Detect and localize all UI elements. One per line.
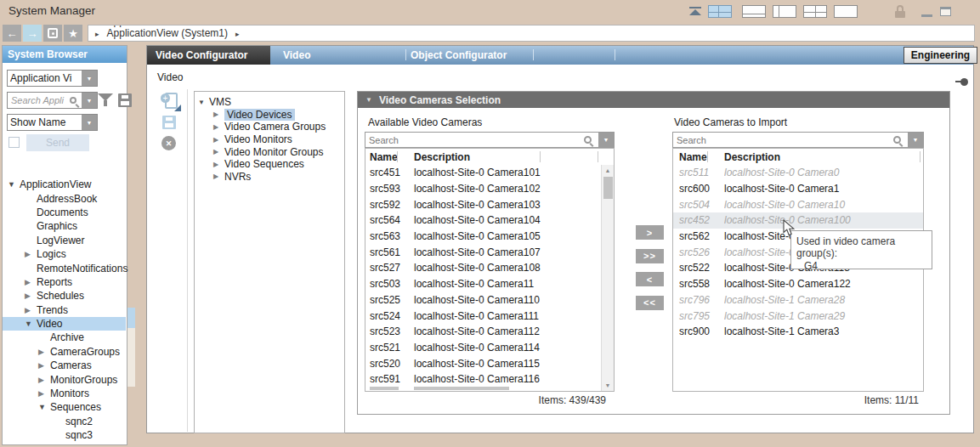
favorite-button[interactable]: ★	[64, 25, 82, 42]
table-row[interactable]: src523 localhost-Site-0 Camera112	[365, 324, 600, 340]
scrollbar[interactable]: ▲ ▼	[601, 165, 614, 391]
sidebar-scrollbar-track[interactable]	[127, 327, 135, 387]
available-search-input[interactable]	[365, 135, 584, 145]
tree-expander-icon[interactable]: ▶	[38, 361, 50, 370]
table-row[interactable]: src503 localhost-Site-0 Camera11	[365, 276, 600, 292]
layout-grid-icon[interactable]	[708, 5, 732, 18]
tree-item[interactable]: ▶ Video Devices	[195, 109, 344, 122]
sidebar-search[interactable]	[7, 92, 98, 109]
tree-item[interactable]: ▶ Trends	[3, 303, 126, 317]
table-row[interactable]: src452 localhost-Site-0 Camera100	[673, 212, 923, 229]
tree-item[interactable]: ▶ Logics	[3, 247, 126, 261]
save-icon[interactable]	[118, 93, 132, 107]
tab-video-configurator[interactable]: Video Configurator	[147, 46, 270, 65]
view-dropdown[interactable]: Application Vi	[7, 70, 98, 87]
available-search[interactable]	[365, 132, 615, 148]
tree-item[interactable]: ▶ Video Camera Groups	[195, 121, 344, 133]
tree-expander-icon[interactable]: ▶	[213, 123, 224, 131]
table-row[interactable]: src561 localhost-Site-0 Camera107	[365, 244, 600, 260]
sidebar-scrollbar-thumb[interactable]	[127, 308, 135, 328]
forward-button[interactable]: →	[23, 25, 42, 42]
collapse-arrow-icon[interactable]: ▼	[365, 96, 372, 104]
delete-icon[interactable]: ✕	[161, 136, 176, 150]
send-button[interactable]: Send	[26, 134, 89, 151]
table-row[interactable]: src521 localhost-Site-0 Camera114	[365, 340, 600, 356]
panel-header[interactable]: ▼ Video Cameras Selection	[358, 92, 949, 108]
tree-expander-icon[interactable]: ▼	[8, 180, 20, 189]
table-row[interactable]: src600 localhost-Site-0 Camera1	[673, 181, 923, 197]
tree-item[interactable]: LogViewer	[3, 234, 126, 247]
dropdown-corner-icon[interactable]	[174, 105, 181, 111]
layout-left-panel-icon[interactable]	[773, 5, 796, 18]
transfer-button[interactable]: >>	[636, 249, 664, 263]
tree-expander-icon[interactable]: ▶	[213, 161, 224, 168]
layout-quad-icon[interactable]	[803, 5, 827, 18]
tree-item[interactable]: ▶ MonitorGroups	[3, 372, 126, 386]
tree-expander-icon[interactable]: ▶	[213, 110, 224, 118]
tree-expander-icon[interactable]: ▶	[38, 376, 50, 384]
minimize-icon[interactable]	[921, 14, 932, 17]
tree-item[interactable]: ▶ Video Monitors	[195, 133, 344, 146]
tree-expander-icon[interactable]: ▶	[25, 250, 37, 258]
tree-item[interactable]: AddressBook	[3, 191, 126, 205]
tree-expander-icon[interactable]: ▶	[25, 306, 37, 314]
tree-expander-icon[interactable]: ▼	[198, 99, 209, 106]
tree-expander-icon[interactable]: ▼	[25, 320, 37, 328]
chevron-down-icon[interactable]	[82, 115, 97, 130]
tree-item[interactable]: ▼ ApplicationView	[3, 178, 126, 191]
transfer-button[interactable]: <	[636, 272, 664, 286]
sidebar-search-input[interactable]	[8, 95, 70, 105]
tree-item[interactable]: Graphics	[3, 219, 126, 233]
table-row[interactable]: src527 localhost-Site-0 Camera108	[365, 260, 600, 276]
breadcrumb-item[interactable]: ApplicationView (System1)	[107, 27, 247, 39]
layout-single-icon[interactable]	[834, 5, 858, 18]
tree-item[interactable]: ▶ Schedules	[3, 289, 126, 303]
tree-item[interactable]: sqnc3	[3, 428, 126, 442]
scrollbar-thumb[interactable]	[603, 177, 613, 199]
table-row[interactable]: src511 localhost-Site-0 Camera0	[673, 165, 923, 181]
layout-bottom-panel-icon[interactable]	[742, 5, 766, 18]
table-row[interactable]: src524 localhost-Site-0 Camera111	[365, 308, 600, 324]
tree-expander-icon[interactable]: ▼	[38, 403, 50, 411]
tree-item[interactable]: ▼ VMS	[195, 96, 344, 109]
tree-item[interactable]: Documents	[3, 206, 126, 219]
tree-expander-icon[interactable]: ▶	[38, 389, 50, 398]
tree-item[interactable]: ▶ Reports	[3, 275, 126, 289]
tree-expander-icon[interactable]: ▶	[213, 148, 224, 156]
pin-icon[interactable]	[955, 78, 969, 86]
add-item-icon[interactable]: +	[161, 93, 181, 111]
import-search[interactable]	[672, 132, 924, 148]
table-row[interactable]: src520 localhost-Site-0 Camera115	[365, 355, 600, 371]
tree-expander-icon[interactable]: ▶	[213, 136, 224, 144]
table-row[interactable]: src593 localhost-Site-0 Camera102	[365, 181, 600, 197]
tree-expander-icon[interactable]: ▶	[38, 348, 50, 356]
import-search-input[interactable]	[673, 135, 893, 145]
tree-item[interactable]: Archive	[3, 331, 126, 344]
table-row[interactable]: src795 localhost-Site-1 Camera29	[673, 308, 923, 324]
engineering-button[interactable]: Engineering	[904, 47, 977, 64]
chevron-down-icon[interactable]	[908, 133, 923, 147]
breadcrumb-item[interactable]: Video	[107, 39, 247, 42]
transfer-button[interactable]: >	[636, 225, 664, 240]
tree-item[interactable]: ▶ Video Monitor Groups	[195, 145, 344, 158]
collapse-top-icon[interactable]	[688, 7, 702, 17]
tree-expander-icon[interactable]: ▶	[25, 278, 37, 286]
transfer-button[interactable]: <<	[636, 296, 664, 310]
chevron-down-icon[interactable]	[598, 133, 614, 147]
chevron-down-icon[interactable]	[82, 71, 97, 86]
back-button[interactable]: ←	[3, 25, 21, 42]
tree-item[interactable]: ▶ Video Sequences	[195, 158, 344, 171]
tree-item[interactable]: ▶ NVRs	[195, 171, 344, 184]
table-row[interactable]: src796 localhost-Site-1 Camera28	[673, 292, 923, 308]
filter-icon[interactable]	[98, 93, 113, 108]
send-checkbox[interactable]	[8, 137, 20, 148]
table-row[interactable]: src591 localhost-Site-0 Camera116	[365, 371, 600, 388]
tab-video[interactable]: Video	[283, 46, 310, 65]
tree-item[interactable]: sqnc2	[3, 415, 126, 428]
tree-item[interactable]: ▶ Monitors	[3, 387, 126, 400]
tree-expander-icon[interactable]: ▶	[213, 173, 224, 180]
tab-object-configurator[interactable]: Object Configurator	[411, 46, 507, 65]
tree-item[interactable]: ▼ Video	[3, 317, 126, 331]
table-row[interactable]: src592 localhost-Site-0 Camera103	[365, 196, 600, 212]
maximize-icon[interactable]	[940, 7, 951, 16]
